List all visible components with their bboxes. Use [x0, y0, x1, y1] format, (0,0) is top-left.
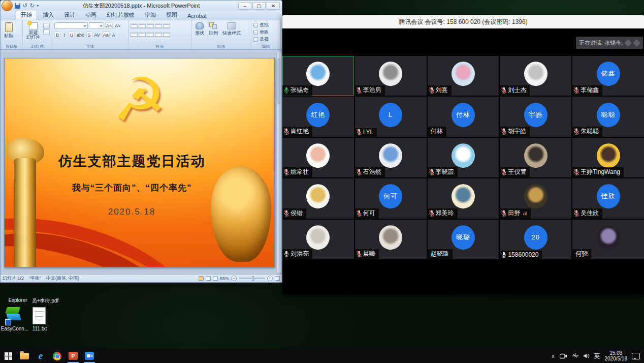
- meeting-taskbar-button[interactable]: [81, 349, 98, 363]
- find-button[interactable]: 查找: [253, 22, 278, 28]
- participant-tile[interactable]: 姚常壮: [282, 138, 354, 177]
- font-format-button[interactable]: AV: [93, 32, 101, 38]
- slideshow-view-icon[interactable]: [213, 276, 218, 281]
- start-button[interactable]: [0, 349, 16, 363]
- indent-increase-icon[interactable]: [155, 23, 162, 29]
- font-size-select[interactable]: [89, 22, 104, 29]
- justify-icon[interactable]: [155, 32, 162, 38]
- participant-tile[interactable]: 侯锴: [282, 178, 354, 218]
- participant-tile[interactable]: 宇皓 胡宇皓: [500, 97, 571, 136]
- font-format-button[interactable]: I: [61, 32, 68, 38]
- new-slide-button[interactable]: 新建幻灯片: [25, 22, 42, 44]
- participant-tile[interactable]: 李晓霞: [428, 138, 499, 177]
- speaker-tray-icon[interactable]: [583, 353, 590, 359]
- participant-tile[interactable]: 晨曦: [355, 220, 427, 259]
- file-explorer-button[interactable]: [16, 349, 33, 363]
- zoom-slider[interactable]: [239, 278, 265, 279]
- numbering-icon[interactable]: [139, 23, 146, 29]
- participant-tile[interactable]: 晓璐 赵晓璐: [428, 220, 499, 259]
- participant-tile[interactable]: 付林 付林: [428, 97, 499, 136]
- columns-icon[interactable]: [163, 32, 170, 38]
- arrange-button[interactable]: 排列: [207, 22, 219, 44]
- bullets-icon[interactable]: [131, 23, 138, 29]
- shrink-font-button[interactable]: A˅: [114, 22, 121, 29]
- participant-tile[interactable]: 王婷TingWang: [572, 138, 644, 177]
- participant-tile[interactable]: 郑美玲: [428, 178, 499, 218]
- language-indicator[interactable]: 中文(简体, 中国): [46, 275, 79, 282]
- indent-decrease-icon[interactable]: [147, 23, 154, 29]
- ime-indicator[interactable]: 英: [594, 352, 600, 360]
- paste-button[interactable]: 粘贴: [3, 22, 15, 44]
- participant-tile[interactable]: 刘熹: [428, 56, 499, 96]
- align-right-icon[interactable]: [147, 32, 154, 38]
- participant-tile[interactable]: 何骁: [572, 220, 644, 259]
- grow-font-button[interactable]: A˄: [105, 22, 113, 29]
- participant-tile[interactable]: 聪聪 朱聪聪: [572, 97, 644, 136]
- shortcut-label-txt[interactable]: 111.txt: [29, 326, 50, 331]
- participant-tile[interactable]: 储鑫 李储鑫: [572, 56, 644, 96]
- font-format-button[interactable]: abc: [76, 32, 85, 38]
- fit-to-window-icon[interactable]: [275, 276, 280, 281]
- participant-tile[interactable]: 佳欣 吴佳欣: [572, 178, 644, 218]
- participant-tile[interactable]: 红艳 肖红艳: [282, 97, 354, 136]
- zoom-in-button[interactable]: +: [267, 276, 273, 281]
- font-format-button[interactable]: Aa: [102, 32, 110, 38]
- font-format-button[interactable]: B: [54, 32, 60, 38]
- align-left-icon[interactable]: [131, 32, 138, 38]
- powerpoint-taskbar-button[interactable]: P: [65, 349, 81, 363]
- shortcut-label-easyconnect[interactable]: EasyConn...: [0, 326, 29, 331]
- tray-clock[interactable]: 15:03 2020/5/18: [605, 350, 628, 361]
- usb-tray-icon[interactable]: [572, 353, 578, 359]
- ribbon-tab[interactable]: 视图: [162, 10, 182, 20]
- easyconnect-icon[interactable]: [5, 307, 22, 325]
- participant-tile[interactable]: 刘洪亮: [282, 220, 354, 259]
- tray-expand-icon[interactable]: ∧: [551, 353, 555, 359]
- font-name-select[interactable]: [54, 22, 88, 29]
- line-spacing-icon[interactable]: [163, 23, 170, 29]
- select-button[interactable]: 选择: [253, 36, 278, 43]
- ribbon-tab[interactable]: 设计: [59, 10, 80, 20]
- participant-tile[interactable]: 李浩男: [355, 56, 427, 96]
- chrome-button[interactable]: [49, 349, 65, 363]
- ppt-titlebar[interactable]: ↺ ↻ ▾ 仿生支部20200518.pptx - Microsoft Powe…: [1, 1, 282, 11]
- undo-icon[interactable]: ↺: [22, 3, 27, 8]
- ribbon-tab[interactable]: 插入: [38, 10, 58, 20]
- replace-button[interactable]: 替换: [253, 29, 278, 36]
- vertical-scrollbar[interactable]: [276, 51, 281, 274]
- qat-dropdown-icon[interactable]: ▾: [37, 4, 39, 8]
- shortcut-label-pdf[interactable]: 员+李衍.pdf: [28, 297, 62, 305]
- text-file-icon[interactable]: [33, 307, 46, 324]
- font-format-button[interactable]: A: [111, 32, 117, 38]
- action-center-icon[interactable]: [632, 353, 640, 359]
- save-icon[interactable]: [15, 3, 20, 9]
- layout-icon[interactable]: [43, 23, 50, 28]
- font-format-button[interactable]: S: [86, 32, 92, 38]
- reset-icon[interactable]: [43, 29, 50, 35]
- minimize-button[interactable]: –: [238, 2, 251, 10]
- office-orb-button[interactable]: [2, 0, 13, 11]
- camera-tray-icon[interactable]: [560, 353, 567, 359]
- close-button[interactable]: ✕: [267, 2, 280, 10]
- slide-sorter-icon[interactable]: [206, 276, 211, 281]
- ribbon-tab[interactable]: 幻灯片放映: [102, 10, 139, 20]
- ribbon-tab[interactable]: 开始: [16, 10, 37, 20]
- normal-view-icon[interactable]: [199, 276, 204, 281]
- participant-tile[interactable]: 张锡奇: [282, 56, 354, 96]
- redo-icon[interactable]: ↻: [29, 3, 35, 8]
- ribbon-tab[interactable]: 动画: [81, 10, 101, 20]
- slide-canvas[interactable]: ☭ 仿生支部主题党日活动 我与“三个面向”、“四个率先” 2020.5.18: [4, 58, 275, 267]
- quick-styles-button[interactable]: 快速样式: [221, 22, 242, 44]
- participant-tile[interactable]: 田野: [500, 178, 571, 218]
- participant-tile[interactable]: 石浩然: [355, 138, 427, 177]
- participant-tile[interactable]: 20 158600020: [500, 220, 571, 259]
- shapes-button[interactable]: 形状: [194, 22, 206, 44]
- meeting-titlebar[interactable]: 腾讯会议 会议号: 158 600 020 (会议密码: 1396): [282, 15, 644, 28]
- participant-tile[interactable]: L LYL: [355, 97, 427, 136]
- zoom-out-button[interactable]: −: [231, 276, 237, 281]
- participant-tile[interactable]: 王仪萱: [500, 138, 571, 177]
- ribbon-tab[interactable]: 审阅: [140, 10, 160, 20]
- align-center-icon[interactable]: [139, 32, 146, 38]
- font-format-button[interactable]: U: [69, 32, 75, 38]
- ribbon-tab[interactable]: Acrobat: [183, 12, 211, 20]
- participant-tile[interactable]: 何可 何可: [355, 178, 427, 218]
